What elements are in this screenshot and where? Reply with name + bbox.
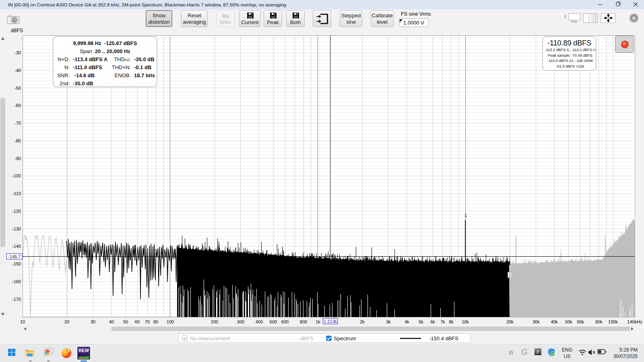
svg-text:50k: 50k <box>565 319 572 324</box>
svg-text:140kHz: 140kHz <box>627 319 642 324</box>
svg-text:50: 50 <box>123 319 128 324</box>
svg-text:1k: 1k <box>316 319 320 324</box>
svg-text:30k: 30k <box>533 319 540 324</box>
svg-text:-70: -70 <box>14 121 21 125</box>
svg-text:-120: -120 <box>12 209 21 214</box>
svg-text:-90: -90 <box>14 156 21 161</box>
svg-text:600: 600 <box>281 319 289 324</box>
svg-text:10: 10 <box>20 319 25 324</box>
svg-text:3k: 3k <box>386 319 391 324</box>
svg-text:-100: -100 <box>12 173 21 178</box>
svg-text:20: 20 <box>64 319 69 324</box>
svg-text:800: 800 <box>300 319 307 324</box>
svg-text:-60: -60 <box>14 103 21 108</box>
svg-text:-140: -140 <box>12 244 21 249</box>
svg-text:80: 80 <box>153 319 158 324</box>
svg-text:10k: 10k <box>462 319 469 324</box>
svg-text:500: 500 <box>270 319 277 324</box>
svg-text:40k: 40k <box>551 319 558 324</box>
svg-text:7k: 7k <box>440 319 445 324</box>
svg-text:1: 1 <box>464 213 467 218</box>
svg-text:200: 200 <box>211 319 218 324</box>
svg-text:60: 60 <box>135 319 140 324</box>
svg-text:400: 400 <box>256 319 263 324</box>
svg-text:REW: REW <box>78 348 89 353</box>
svg-text:-40: -40 <box>14 68 21 73</box>
svg-text:4k: 4k <box>405 319 409 324</box>
svg-text:-130: -130 <box>12 226 21 231</box>
svg-text:-110: -110 <box>12 191 21 196</box>
svg-text:-150: -150 <box>12 261 21 266</box>
svg-text:-170: -170 <box>12 297 21 302</box>
svg-text:-30: -30 <box>14 50 21 55</box>
svg-text:dBFS: dBFS <box>11 28 23 33</box>
svg-text:100: 100 <box>167 319 174 324</box>
svg-text:2k: 2k <box>360 319 365 324</box>
svg-text:100k: 100k <box>608 319 618 324</box>
svg-text:70: 70 <box>145 319 150 324</box>
svg-text:60k: 60k <box>577 319 584 324</box>
svg-text:8k: 8k <box>449 319 454 324</box>
svg-text:-80: -80 <box>14 138 21 143</box>
svg-text:30: 30 <box>91 319 95 324</box>
svg-text:5k: 5k <box>419 319 423 324</box>
svg-text:-160: -160 <box>12 279 21 284</box>
svg-text:20k: 20k <box>506 319 514 324</box>
svg-text:80k: 80k <box>595 319 603 324</box>
svg-text:6k: 6k <box>430 319 435 324</box>
svg-text:-50: -50 <box>14 86 21 90</box>
svg-text:40: 40 <box>109 319 114 324</box>
svg-text:300: 300 <box>237 319 244 324</box>
